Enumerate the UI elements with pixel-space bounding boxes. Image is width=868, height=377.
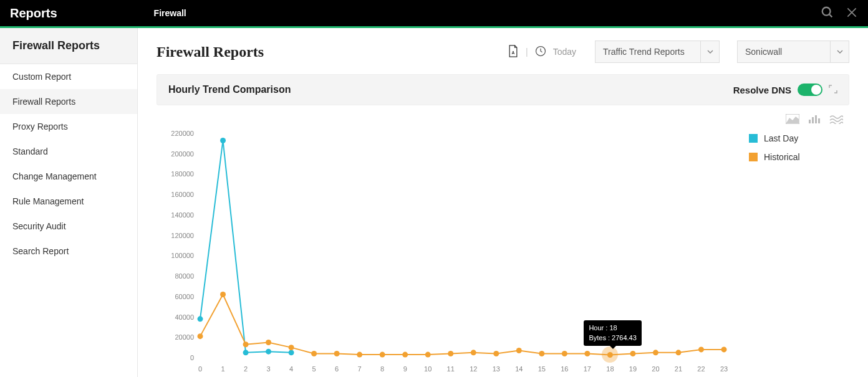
chart-card-header: Hourly Trend Comparison Resolve DNS xyxy=(157,74,849,105)
svg-text:11: 11 xyxy=(447,365,455,373)
svg-rect-10 xyxy=(818,118,820,123)
export-pdf-icon[interactable]: A xyxy=(507,44,519,60)
svg-point-52 xyxy=(198,333,203,339)
sidebar-item-firewall-reports[interactable]: Firewall Reports xyxy=(0,89,137,114)
svg-text:18: 18 xyxy=(606,365,614,373)
svg-point-72 xyxy=(653,350,658,355)
svg-point-51 xyxy=(289,350,294,355)
svg-point-59 xyxy=(357,352,362,358)
svg-text:200000: 200000 xyxy=(171,150,194,158)
report-type-dropdown[interactable]: Traffic Trend Reports xyxy=(595,41,720,63)
wave-chart-icon[interactable] xyxy=(829,114,843,126)
svg-point-73 xyxy=(675,350,681,355)
svg-point-49 xyxy=(243,350,249,355)
svg-text:A: A xyxy=(512,50,515,55)
svg-point-50 xyxy=(266,349,271,355)
highlight-halo xyxy=(602,346,618,363)
sidebar-title: Firewall Reports xyxy=(0,28,137,64)
search-icon[interactable] xyxy=(821,6,834,21)
svg-text:17: 17 xyxy=(584,365,591,373)
legend-label: Historical xyxy=(764,152,800,162)
svg-text:19: 19 xyxy=(629,365,637,373)
legend-last-day[interactable]: Last Day xyxy=(749,133,800,143)
svg-text:9: 9 xyxy=(403,365,407,373)
svg-point-61 xyxy=(402,352,408,358)
svg-text:1: 1 xyxy=(221,365,224,373)
svg-rect-8 xyxy=(812,117,814,123)
svg-text:4: 4 xyxy=(289,365,293,373)
svg-text:8: 8 xyxy=(380,365,384,373)
main-content: Firewall Reports A | Today Traffic Trend… xyxy=(138,28,868,377)
svg-point-65 xyxy=(493,351,499,356)
svg-point-66 xyxy=(516,348,522,353)
chevron-down-icon xyxy=(700,41,719,62)
svg-text:16: 16 xyxy=(561,365,568,373)
legend-swatch xyxy=(749,134,758,143)
chart-title: Hourly Trend Comparison xyxy=(168,84,733,95)
sidebar-item-standard[interactable]: Standard xyxy=(0,139,137,164)
resolve-dns-toggle[interactable] xyxy=(798,84,822,96)
svg-text:3: 3 xyxy=(267,365,271,373)
svg-text:0: 0 xyxy=(190,354,194,361)
svg-text:22: 22 xyxy=(697,365,705,373)
trend-chart[interactable]: 0200004000060000800001000001200001400001… xyxy=(157,127,730,376)
svg-text:2: 2 xyxy=(244,365,248,373)
svg-point-58 xyxy=(334,351,340,356)
area-chart-icon[interactable] xyxy=(786,114,799,126)
svg-text:6: 6 xyxy=(335,365,339,373)
svg-text:23: 23 xyxy=(720,365,728,373)
svg-point-62 xyxy=(425,352,431,358)
sidebar-item-custom-report[interactable]: Custom Report xyxy=(0,64,137,89)
svg-point-71 xyxy=(630,351,635,356)
svg-text:60000: 60000 xyxy=(175,293,194,300)
close-icon[interactable] xyxy=(846,6,858,21)
app-brand: Reports xyxy=(10,6,57,21)
resolve-dns-label: Resolve DNS xyxy=(733,85,791,95)
sidebar: Firewall Reports Custom ReportFirewall R… xyxy=(0,28,138,377)
svg-point-60 xyxy=(380,352,385,358)
device-dropdown[interactable]: Sonicwall xyxy=(737,41,849,63)
svg-text:5: 5 xyxy=(312,365,316,373)
legend-label: Last Day xyxy=(764,133,798,143)
svg-text:40000: 40000 xyxy=(175,313,194,321)
svg-text:180000: 180000 xyxy=(171,170,194,178)
svg-text:120000: 120000 xyxy=(171,232,194,239)
svg-text:220000: 220000 xyxy=(171,130,194,137)
svg-text:20000: 20000 xyxy=(175,333,194,341)
svg-text:13: 13 xyxy=(493,365,500,373)
svg-point-63 xyxy=(448,351,453,356)
svg-text:10: 10 xyxy=(424,365,432,373)
legend-swatch xyxy=(749,153,758,161)
svg-text:100000: 100000 xyxy=(171,252,194,259)
svg-point-67 xyxy=(539,351,544,356)
legend-historical[interactable]: Historical xyxy=(749,152,800,162)
svg-point-68 xyxy=(562,351,567,356)
svg-point-47 xyxy=(198,316,203,322)
sidebar-item-proxy-reports[interactable]: Proxy Reports xyxy=(0,114,137,139)
sidebar-item-change-management[interactable]: Change Management xyxy=(0,164,137,189)
separator: | xyxy=(526,47,528,57)
sidebar-item-security-audit[interactable]: Security Audit xyxy=(0,214,137,239)
svg-text:7: 7 xyxy=(358,365,362,373)
sidebar-item-rule-management[interactable]: Rule Management xyxy=(0,189,137,214)
clock-icon[interactable] xyxy=(534,45,547,59)
svg-point-48 xyxy=(220,138,226,143)
today-label[interactable]: Today xyxy=(553,47,576,57)
svg-line-1 xyxy=(829,14,832,17)
chevron-down-icon xyxy=(830,41,849,62)
svg-text:21: 21 xyxy=(675,365,682,373)
svg-point-64 xyxy=(471,350,476,355)
page-title: Firewall Reports xyxy=(157,44,507,60)
bar-chart-icon[interactable] xyxy=(808,114,821,126)
svg-point-69 xyxy=(584,351,590,356)
chart-legend: Last Day Historical xyxy=(730,127,800,376)
svg-point-75 xyxy=(721,346,727,352)
svg-text:15: 15 xyxy=(538,365,546,373)
svg-point-0 xyxy=(822,7,831,15)
expand-icon[interactable] xyxy=(829,85,837,95)
svg-text:80000: 80000 xyxy=(175,272,194,280)
sidebar-item-search-report[interactable]: Search Report xyxy=(0,239,137,264)
svg-rect-7 xyxy=(809,120,811,123)
svg-text:160000: 160000 xyxy=(171,191,194,198)
svg-point-53 xyxy=(220,292,226,297)
